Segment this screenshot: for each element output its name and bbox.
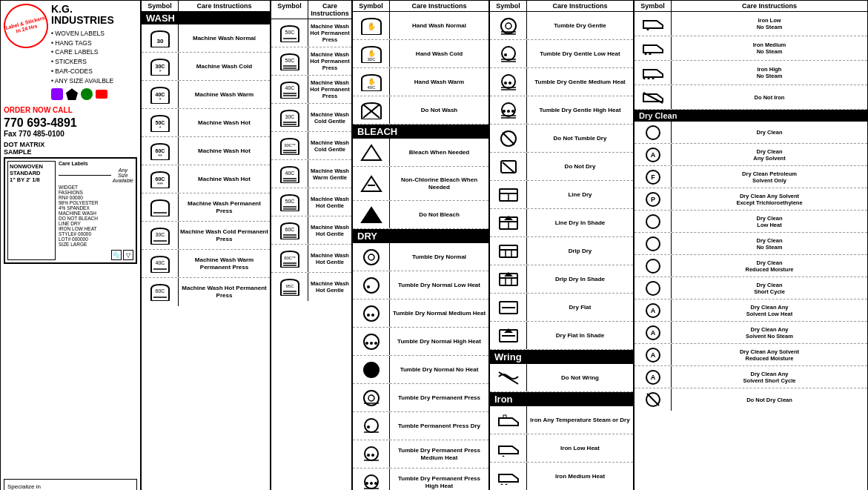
sym-iron-low-nosteam — [635, 12, 672, 36]
svg-text:*: * — [159, 97, 161, 102]
sym-dca-nosteam: A — [635, 322, 672, 343]
sym-tumble-pp-low — [353, 412, 390, 440]
svg-point-76 — [365, 447, 378, 460]
svg-text:60C: 60C — [285, 227, 294, 232]
svg-text:40C: 40C — [285, 85, 294, 90]
sym-dca-short: A — [635, 366, 672, 388]
col-care-header: Care Instructions — [179, 1, 270, 11]
sym-do-not-bleach — [353, 201, 390, 228]
sym-dry-flat — [490, 294, 527, 321]
sym-hot-gentle2: 60C — [271, 216, 308, 244]
label-tumble-low: Tumble Dry Normal Low Heat — [390, 280, 488, 291]
svg-marker-57 — [362, 208, 381, 222]
sym-do-not-iron — [635, 85, 672, 109]
sym-warm-gentle: 40C — [271, 160, 308, 188]
sym-tumble-gentle-low — [490, 40, 527, 67]
label-dca-short: Dry Clean AnySolvent Short Cycle — [672, 369, 867, 385]
svg-text:50C: 50C — [285, 199, 294, 204]
svg-point-155 — [646, 237, 660, 251]
svg-point-60 — [364, 278, 379, 293]
svg-text:✋: ✋ — [367, 21, 377, 31]
label-do-not-dry: Do Not Dry — [527, 162, 633, 172]
svg-text:30C: 30C — [155, 232, 165, 237]
svg-point-64 — [371, 314, 374, 317]
sym-tumble-gentle — [490, 12, 527, 39]
sym-iron-low — [490, 434, 527, 462]
svg-rect-115 — [500, 245, 517, 257]
sym-50c-pp: 50C — [271, 19, 308, 47]
label-dc-no-steam: Dry CleanNo Steam — [672, 236, 867, 252]
svg-marker-54 — [362, 145, 381, 160]
sym-do-not-wash — [353, 96, 390, 124]
sym-tumble-gentle-med — [490, 68, 527, 96]
wash-icon-small: 🫧 — [111, 250, 122, 260]
purple-label-icon — [51, 88, 63, 100]
svg-text:95C: 95C — [285, 284, 294, 288]
dry-icon-small: ▽ — [123, 250, 133, 260]
sym-cold-gentle2: 30C** — [271, 132, 308, 159]
label-wash-hot3: Machine Wash Hot — [179, 174, 270, 185]
sym-tumble-pp-high — [353, 469, 390, 490]
label-tumble-high: Tumble Dry Normal High Heat — [390, 337, 488, 347]
sym-line-dry-shade — [490, 209, 527, 236]
svg-text:A: A — [650, 351, 655, 359]
label-handwash-normal: Hand Wash Normal — [390, 21, 488, 31]
svg-point-93 — [502, 75, 515, 88]
label-cold-perm: Machine Wash Cold Permanent Press — [179, 227, 270, 244]
label-warm-gentle: Machine Wash Warm Gentle — [308, 166, 351, 182]
svg-point-147 — [646, 126, 660, 139]
svg-point-95 — [508, 82, 511, 85]
sym-dry-clean — [635, 122, 672, 143]
sym-tumble-low — [353, 271, 390, 299]
iron-section-header: Iron — [490, 392, 633, 406]
label-cold-gentle2: Machine Wash Cold Gentle — [308, 138, 351, 154]
label-wash-hot1: Machine Wash Hot — [179, 118, 270, 128]
label-iron-low-nosteam: Iron LowNo Steam — [672, 16, 867, 32]
svg-text:*: * — [159, 69, 161, 74]
label-50c-pp: Machine Wash Hot Permanent Press — [308, 21, 351, 44]
sym-no-dryclean — [635, 388, 672, 411]
label-tumble-normal: Tumble Dry Normal — [390, 252, 488, 262]
svg-text:30C: 30C — [367, 57, 376, 62]
label-iron-low: Iron Low Heat — [527, 443, 633, 454]
label-dry-flat: Dry Flat — [527, 302, 633, 313]
label-line-dry: Line Dry — [527, 190, 633, 200]
bleach-section-header: BLEACH — [353, 125, 488, 139]
sym-tumble-high — [353, 328, 390, 355]
label-tumble-pp-high: Tumble Dry Permanent Press High Heat — [390, 474, 488, 490]
icons-row — [51, 88, 137, 100]
svg-point-59 — [368, 254, 374, 260]
label-wash-warm: Machine Wash Warm — [179, 90, 270, 100]
svg-point-66 — [365, 342, 368, 345]
label-tumble-pp: Tumble Dry Permanent Press — [390, 393, 488, 403]
svg-text:60C: 60C — [155, 288, 165, 294]
svg-text:50C: 50C — [285, 30, 294, 35]
sym-hot-perm: 60C — [142, 278, 179, 306]
sym-warm-perm: 40C — [142, 250, 179, 277]
label-dca-low: Dry Clean AnySolvent Low Heat — [672, 302, 867, 319]
svg-point-132 — [500, 483, 503, 485]
any-size-label: Any Size Available — [113, 168, 133, 183]
col5-sym-header: Symbol — [635, 1, 672, 11]
label-dc-short: Dry CleanShort Cycle — [672, 280, 867, 297]
sym-tumble-med — [353, 299, 390, 327]
sym-tumble-pp — [353, 384, 390, 411]
svg-marker-55 — [362, 176, 381, 191]
label-perm-press: Machine Wash Permanent Press — [179, 199, 270, 216]
svg-point-67 — [370, 342, 373, 345]
svg-line-167 — [647, 394, 659, 405]
label-handwash-warm: Hand Wash Warm — [390, 77, 488, 87]
sample-box: NONWOVEN STANDARD 1" BY 2' 1/8 Care Labe… — [4, 157, 137, 264]
sym-wash-warm: 40C* — [142, 81, 179, 108]
label-dca-reduced: Dry Clean Any SolventReduced Moisture — [672, 347, 867, 363]
nonwoven-label: NONWOVEN STANDARD 1" BY 2' 1/8 — [7, 161, 56, 260]
sym-do-not-dry — [490, 153, 527, 180]
label-dc-reduced: Dry CleanReduced Moisture — [672, 258, 867, 274]
sym-line-dry — [490, 181, 527, 208]
label-hot-gentle4: Machine Wash Hot Gentle — [308, 279, 351, 295]
svg-line-105 — [503, 133, 514, 145]
label-dca-nosteam: Dry Clean AnySolvent No Steam — [672, 325, 867, 341]
svg-text:***: *** — [156, 182, 162, 187]
svg-point-61 — [367, 285, 370, 288]
label-no-dryclean: Do Not Dry Clean — [672, 395, 867, 405]
